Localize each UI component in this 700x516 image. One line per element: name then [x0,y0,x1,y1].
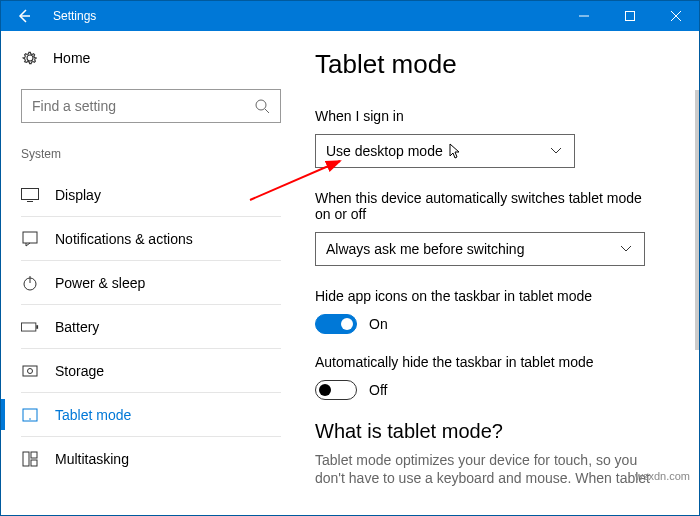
svg-rect-6 [36,325,38,329]
cursor-icon [449,143,461,159]
page-title: Tablet mode [315,49,689,80]
multitasking-icon [21,451,39,467]
display-icon [21,188,39,202]
what-description: Tablet mode optimizes your device for to… [315,451,655,487]
sidebar-item-notifications[interactable]: Notifications & actions [21,217,281,261]
svg-point-1 [256,100,266,110]
battery-icon [21,321,39,333]
signin-label: When I sign in [315,108,655,124]
back-button[interactable] [1,1,47,31]
watermark: wsxdn.com [635,470,690,482]
svg-rect-3 [23,232,37,243]
titlebar: Settings [1,1,699,31]
svg-rect-0 [626,12,635,21]
maximize-button[interactable] [607,1,653,31]
sidebar-item-battery[interactable]: Battery [21,305,281,349]
sidebar-item-label: Battery [55,319,99,335]
gear-icon [21,49,39,67]
svg-rect-13 [31,460,37,466]
chevron-down-icon [550,147,562,155]
search-input[interactable] [32,98,254,114]
sidebar-item-storage[interactable]: Storage [21,349,281,393]
scrollbar[interactable] [695,90,699,350]
signin-select[interactable]: Use desktop mode [315,134,575,168]
switch-select-value: Always ask me before switching [326,241,524,257]
close-button[interactable] [653,1,699,31]
svg-rect-11 [23,452,29,466]
svg-rect-7 [23,366,37,376]
home-label: Home [53,50,90,66]
svg-rect-5 [21,322,35,330]
svg-point-10 [29,418,31,420]
search-box[interactable] [21,89,281,123]
notifications-icon [21,231,39,247]
sidebar-item-label: Storage [55,363,104,379]
window-title: Settings [47,9,96,23]
hide-icons-label: Hide app icons on the taskbar in tablet … [315,288,655,304]
chevron-down-icon [620,245,632,253]
switch-select[interactable]: Always ask me before switching [315,232,645,266]
hide-icons-value: On [369,316,388,332]
minimize-icon [579,11,589,21]
section-label: System [21,147,281,161]
what-heading: What is tablet mode? [315,420,689,443]
sidebar-item-power[interactable]: Power & sleep [21,261,281,305]
arrow-left-icon [16,8,32,24]
main-panel: Tablet mode When I sign in Use desktop m… [301,31,699,515]
sidebar-item-tablet-mode[interactable]: Tablet mode [21,393,281,437]
close-icon [671,11,681,21]
auto-hide-toggle[interactable] [315,380,357,400]
svg-rect-2 [22,188,39,199]
search-icon [254,98,270,114]
power-icon [21,275,39,291]
home-link[interactable]: Home [21,49,281,67]
signin-select-value: Use desktop mode [326,143,443,159]
sidebar-item-multitasking[interactable]: Multitasking [21,437,281,481]
svg-rect-12 [31,452,37,458]
sidebar-item-label: Notifications & actions [55,231,193,247]
minimize-button[interactable] [561,1,607,31]
sidebar-item-label: Tablet mode [55,407,131,423]
auto-hide-value: Off [369,382,387,398]
hide-icons-toggle[interactable] [315,314,357,334]
maximize-icon [625,11,635,21]
tablet-icon [21,407,39,423]
sidebar: Home System Display Notifications & acti… [1,31,301,515]
sidebar-item-label: Display [55,187,101,203]
storage-icon [21,363,39,379]
sidebar-item-label: Power & sleep [55,275,145,291]
sidebar-item-display[interactable]: Display [21,173,281,217]
auto-hide-label: Automatically hide the taskbar in tablet… [315,354,655,370]
switch-label: When this device automatically switches … [315,190,655,222]
svg-point-8 [28,368,33,373]
sidebar-item-label: Multitasking [55,451,129,467]
